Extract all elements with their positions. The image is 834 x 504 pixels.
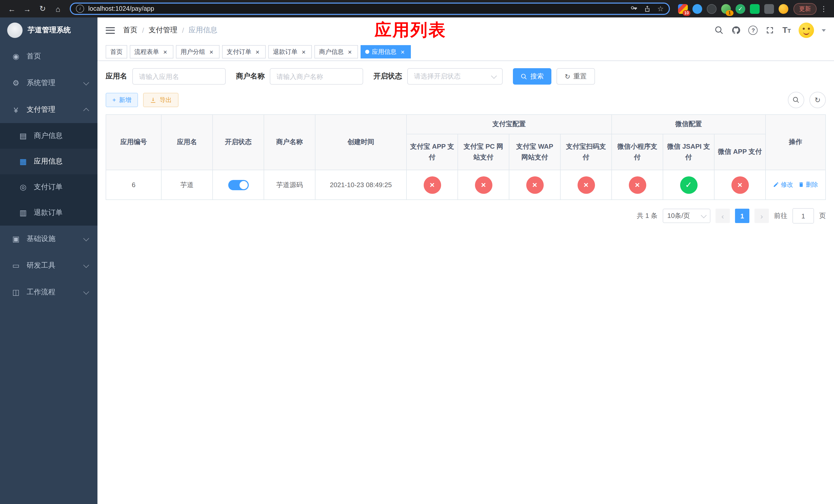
help-icon[interactable]: ? <box>749 26 758 35</box>
breadcrumb-payment[interactable]: 支付管理 <box>149 26 177 35</box>
cell-alipay-qr: × <box>561 170 612 200</box>
delete-link[interactable]: 删除 <box>798 181 818 189</box>
extension-grid-icon[interactable]: 10 <box>678 4 688 14</box>
browser-home-icon[interactable]: ⌂ <box>51 2 65 15</box>
url-bar[interactable]: i localhost:1024/pay/app ☆ <box>70 3 670 15</box>
close-icon[interactable]: × <box>161 48 169 55</box>
tab-process-form[interactable]: 流程表单× <box>130 45 173 59</box>
search-button[interactable]: 搜索 <box>513 68 551 85</box>
pencil-icon <box>773 182 779 188</box>
status-toggle[interactable] <box>228 180 248 190</box>
tab-merchant-info[interactable]: 商户信息× <box>314 45 358 59</box>
chevron-down-icon <box>83 289 89 295</box>
sidebar-item-label: 首页 <box>27 52 41 61</box>
cell-alipay-app: × <box>407 170 458 200</box>
prev-page-button[interactable]: ‹ <box>716 209 730 223</box>
add-button[interactable]: + 新增 <box>106 93 138 107</box>
sidebar-item-merchant-info[interactable]: ▤ 商户信息 <box>0 123 97 149</box>
extension-chat-icon[interactable] <box>750 4 760 14</box>
close-icon[interactable]: × <box>399 48 406 55</box>
extension-puzzle-icon[interactable] <box>764 4 774 14</box>
chevron-down-icon <box>701 212 707 218</box>
password-key-icon[interactable] <box>631 5 638 12</box>
app-name-input[interactable] <box>132 68 226 85</box>
col-created: 创建时间 <box>315 115 407 170</box>
sidebar-item-refund-orders[interactable]: ▥ 退款订单 <box>0 200 97 226</box>
user-menu-caret-icon[interactable] <box>822 29 826 31</box>
sidebar-item-infrastructure[interactable]: ▣ 基础设施 <box>0 226 97 252</box>
next-page-button[interactable]: › <box>754 209 769 223</box>
browser-menu-icon[interactable]: ⋮ <box>819 5 829 13</box>
close-icon[interactable]: × <box>208 48 215 55</box>
tab-app-info[interactable]: 应用信息× <box>360 45 411 59</box>
browser-update-button[interactable]: 更新 <box>793 3 816 15</box>
sidebar-item-label: 支付管理 <box>27 105 56 114</box>
font-size-icon[interactable]: TT <box>783 26 791 35</box>
extension-avatar-icon[interactable]: 1 <box>721 4 731 14</box>
sidebar-item-label: 基础设施 <box>27 234 56 244</box>
github-icon[interactable] <box>732 26 741 35</box>
edit-link[interactable]: 修改 <box>773 181 793 189</box>
extension-check-icon[interactable]: ✓ <box>736 4 745 14</box>
browser-back-icon[interactable]: ← <box>5 2 19 15</box>
page-size-select[interactable]: 10条/页 <box>663 209 710 223</box>
bookmark-star-icon[interactable]: ☆ <box>657 5 664 13</box>
col-merchant: 商户名称 <box>264 115 315 170</box>
goto-page-input[interactable] <box>792 208 814 224</box>
sidebar-item-label: 商户信息 <box>34 131 63 140</box>
close-icon[interactable]: × <box>254 48 261 55</box>
tab-home[interactable]: 首页 <box>106 45 127 59</box>
user-avatar[interactable] <box>798 23 814 38</box>
close-icon[interactable]: × <box>300 48 307 55</box>
sidebar-item-app-info[interactable]: ▦ 应用信息 <box>0 149 97 174</box>
search-icon <box>521 73 527 80</box>
extension-dark-icon[interactable] <box>707 4 717 14</box>
url-bar-actions: ☆ <box>631 5 664 13</box>
screen: ← → ↻ ⌂ i localhost:1024/pay/app ☆ 10 1 … <box>0 0 834 504</box>
tab-refund-orders[interactable]: 退款订单× <box>268 45 312 59</box>
table-toolbar: + 新增 导出 ↻ <box>106 92 826 108</box>
sidebar-item-workflow[interactable]: ◫ 工作流程 <box>0 279 97 305</box>
refresh-table-button[interactable]: ↻ <box>809 92 826 108</box>
dashboard-icon: ◉ <box>10 52 22 61</box>
browser-reload-icon[interactable]: ↻ <box>36 2 49 15</box>
sidebar-item-system[interactable]: ⚙ 系统管理 <box>0 70 97 96</box>
close-icon[interactable]: × <box>346 48 353 55</box>
tab-pay-orders[interactable]: 支付订单× <box>222 45 266 59</box>
sidebar-item-pay-orders[interactable]: ◎ 支付订单 <box>0 174 97 200</box>
export-button[interactable]: 导出 <box>143 93 178 107</box>
breadcrumb-home[interactable]: 首页 <box>123 26 137 35</box>
sidebar-item-payment[interactable]: ¥ 支付管理 <box>0 96 97 123</box>
payment-submenu: ▤ 商户信息 ▦ 应用信息 ◎ 支付订单 ▥ 退款订单 <box>0 123 97 226</box>
search-icon[interactable] <box>715 26 724 35</box>
fullscreen-icon[interactable] <box>766 26 775 35</box>
total-count: 共 1 条 <box>637 211 658 221</box>
workflow-icon: ◫ <box>10 288 22 297</box>
extension-blue-icon[interactable] <box>693 4 702 14</box>
extension-icons: 10 1 ✓ <box>678 4 788 14</box>
cell-actions: 修改 删除 <box>766 170 826 200</box>
page-number-button[interactable]: 1 <box>735 209 749 223</box>
sidebar: 芋道管理系统 ◉ 首页 ⚙ 系统管理 ¥ 支付管理 ▤ 商户信息 <box>0 18 97 504</box>
credit-card-icon: ▤ <box>18 131 29 140</box>
merchant-name-input[interactable] <box>270 68 363 85</box>
navbar: 首页 / 支付管理 / 应用信息 应用列表 ? TT <box>97 18 834 43</box>
share-icon[interactable] <box>644 5 651 12</box>
tab-user-group[interactable]: 用户分组× <box>176 45 220 59</box>
browser-forward-icon[interactable]: → <box>21 2 34 15</box>
sidebar-item-label: 支付订单 <box>34 183 63 192</box>
toggle-search-button[interactable] <box>788 92 804 108</box>
breadcrumb-separator: / <box>142 26 144 35</box>
app-logo[interactable]: 芋道管理系统 <box>0 18 97 43</box>
status-select[interactable]: 请选择开启状态 <box>407 68 503 85</box>
site-info-icon[interactable]: i <box>76 5 84 13</box>
sidebar-item-dev-tools[interactable]: ▭ 研发工具 <box>0 252 97 279</box>
breadcrumb: 首页 / 支付管理 / 应用信息 <box>123 26 218 35</box>
order-icon: ◎ <box>18 183 29 192</box>
browser-profile-avatar[interactable] <box>778 4 788 14</box>
url-text[interactable]: localhost:1024/pay/app <box>88 5 154 12</box>
page-annotation-title: 应用列表 <box>375 19 446 42</box>
reset-button[interactable]: ↻ 重置 <box>556 68 595 85</box>
sidebar-item-home[interactable]: ◉ 首页 <box>0 43 97 70</box>
sidebar-collapse-icon[interactable] <box>106 27 115 33</box>
